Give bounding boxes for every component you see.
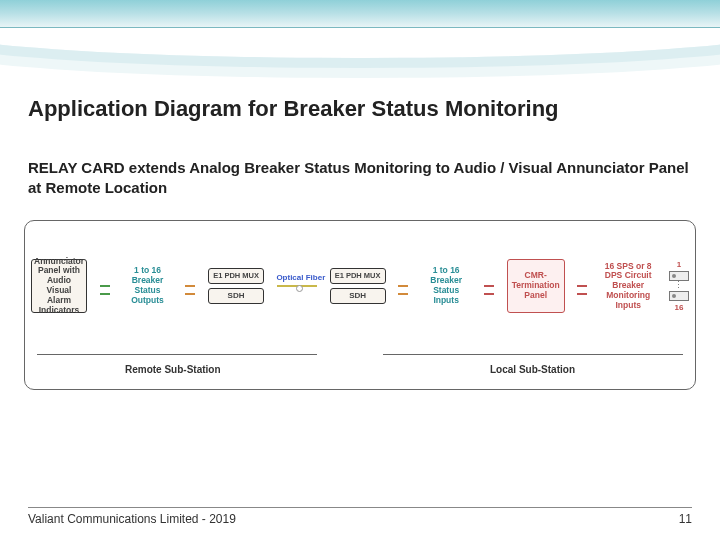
terminal-column: 1 ⋮ 16 (669, 260, 689, 311)
wire-segment (100, 285, 110, 287)
remote-substation-label: Remote Sub-Station (125, 364, 221, 375)
e1-pdh-mux-box: E1 PDH MUX (208, 268, 264, 284)
terminal-icon (669, 271, 689, 281)
breaker-status-outputs-label: 1 to 16 Breaker Status Outputs (123, 266, 173, 305)
local-substation-label: Local Sub-Station (490, 364, 575, 375)
wire-segment (398, 285, 408, 287)
breaker-status-inputs-label: 1 to 16 Breaker Status Inputs (421, 266, 471, 305)
monitoring-inputs-label: 16 SPS or 8 DPS Circuit Breaker Monitori… (600, 262, 656, 311)
footer-company: Valiant Communications Limited - 2019 (28, 512, 236, 526)
cmr-termination-panel-box: CMR-Termination Panel (507, 259, 565, 313)
terminal-icon (669, 291, 689, 301)
optical-fiber-link: Optical Fiber (277, 285, 317, 287)
e1-pdh-mux-box: E1 PDH MUX (330, 268, 386, 284)
wire-segment (484, 285, 494, 287)
footer-page-number: 11 (679, 512, 692, 526)
right-mux-stack: E1 PDH MUX SDH (330, 268, 386, 304)
terminal-ellipsis: ⋮ (674, 283, 683, 288)
left-mux-stack: E1 PDH MUX SDH (208, 268, 264, 304)
header-stripe (0, 0, 720, 28)
wire-segment (185, 285, 195, 287)
substation-rule (383, 354, 683, 355)
terminal-number-bottom: 16 (675, 303, 684, 312)
page-title: Application Diagram for Breaker Status M… (28, 96, 559, 122)
annunciator-panel-box: Annunciator Panel with Audio Visual Alar… (31, 259, 87, 313)
wire-segment (577, 285, 587, 287)
terminal-number-top: 1 (677, 260, 681, 269)
substation-rule (37, 354, 317, 355)
sdh-box: SDH (208, 288, 264, 304)
application-diagram: Annunciator Panel with Audio Visual Alar… (24, 220, 696, 390)
header-wave (0, 28, 720, 88)
page-subtitle: RELAY CARD extends Analog Breaker Status… (28, 158, 692, 197)
diagram-row: Annunciator Panel with Audio Visual Alar… (25, 259, 695, 313)
slide-footer: Valiant Communications Limited - 2019 11 (28, 507, 692, 526)
optical-fiber-label: Optical Fiber (271, 273, 331, 282)
sdh-box: SDH (330, 288, 386, 304)
